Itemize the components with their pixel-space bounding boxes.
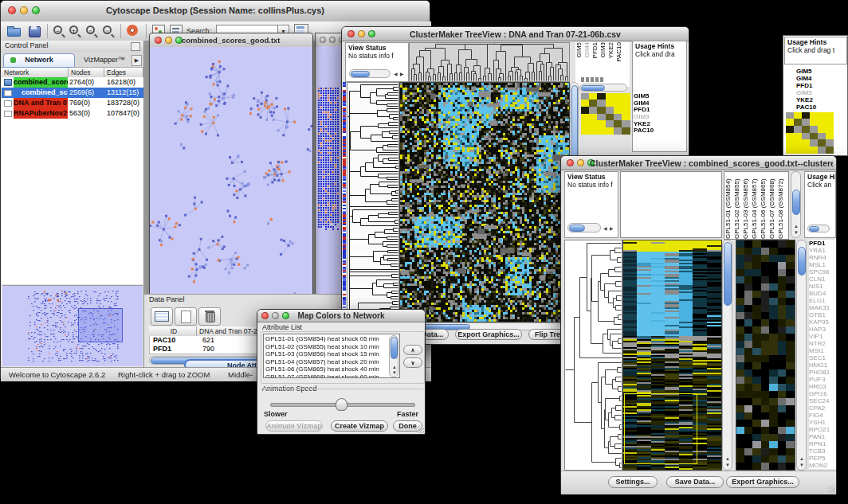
zoom-button[interactable] bbox=[282, 312, 289, 319]
open-file-icon[interactable] bbox=[6, 24, 22, 38]
gene-label[interactable]: NTR2 bbox=[809, 340, 836, 347]
zoom-vscrollbar[interactable]: ▲ ▼ bbox=[796, 240, 807, 471]
gene-label[interactable]: MAK31 bbox=[809, 304, 836, 311]
zoom-out-icon[interactable]: − bbox=[53, 25, 62, 34]
gene-label[interactable]: CPA2 bbox=[809, 404, 836, 412]
float-panel-icon[interactable] bbox=[131, 42, 140, 51]
column-label[interactable]: GPL51-04 (GSM857) bbox=[751, 172, 760, 239]
column-label[interactable]: GPL51-08 (GSM872) bbox=[777, 172, 786, 239]
scroll-left-icon[interactable]: ◀ bbox=[394, 72, 398, 76]
gene-label[interactable]: TCB3 bbox=[809, 447, 836, 455]
close-button[interactable] bbox=[155, 37, 162, 44]
gene-label[interactable]: CLN1 bbox=[809, 275, 836, 283]
network-table-row[interactable]: DNA and Tran 07 769(0) 183728(0) bbox=[2, 98, 143, 108]
attribute-item[interactable]: GPL51-06 (GSM865) heat shock 40 min bbox=[265, 365, 388, 373]
scroll-down-icon[interactable]: ▼ bbox=[392, 370, 397, 375]
global-heatmap-canvas[interactable] bbox=[622, 240, 722, 471]
gene-label[interactable]: GIM5 bbox=[796, 68, 844, 75]
network-list-empty-area[interactable] bbox=[2, 119, 143, 284]
column-label[interactable]: GPL51-07 (GSM868) bbox=[768, 172, 777, 239]
resize-grip[interactable] bbox=[416, 425, 424, 433]
gene-label[interactable]: SPC98 bbox=[809, 268, 836, 275]
minimize-button[interactable] bbox=[577, 159, 584, 166]
tab-vizmapper[interactable]: VizMapper™ bbox=[76, 53, 133, 66]
gene-label[interactable]: ELG1 bbox=[809, 297, 836, 304]
scroll-right-icon[interactable]: ▶ bbox=[610, 226, 614, 231]
scroll-up-icon[interactable]: ▲ bbox=[799, 456, 804, 461]
gene-label[interactable]: MSL1 bbox=[809, 261, 836, 268]
zoom-heatmap-canvas[interactable] bbox=[581, 93, 630, 135]
column-label[interactable]: PFD1 bbox=[591, 42, 599, 58]
move-up-button[interactable]: ∧ bbox=[403, 345, 422, 355]
close-button[interactable] bbox=[261, 312, 269, 319]
animate-vizmap-button[interactable]: Animate Vizmap bbox=[265, 420, 323, 432]
zoom-hscrollbar[interactable] bbox=[579, 84, 627, 92]
view-status-scrollbar[interactable] bbox=[349, 69, 391, 78]
gene-label[interactable]: PEP5 bbox=[809, 455, 836, 462]
view-status-scrollbar[interactable] bbox=[567, 223, 601, 232]
scroll-up-icon[interactable]: ▲ bbox=[392, 365, 397, 369]
gene-label[interactable]: YKE2 bbox=[796, 96, 844, 104]
zoom-heatmap-canvas[interactable] bbox=[786, 112, 834, 154]
attribute-list-scrollbar[interactable]: ▲ ▼ bbox=[389, 335, 398, 377]
row-dendrogram-canvas[interactable] bbox=[564, 240, 622, 471]
new-attribute-icon[interactable] bbox=[175, 307, 197, 326]
export-graphics-button[interactable]: Export Graphics... bbox=[455, 329, 522, 340]
zoom-vscrollbar-top[interactable]: ▲ ▼ bbox=[791, 171, 801, 238]
column-label[interactable]: PAC10 bbox=[615, 42, 623, 62]
row-dendrogram-canvas[interactable] bbox=[347, 82, 399, 322]
scroll-up-icon[interactable]: ▲ bbox=[725, 456, 730, 461]
gene-label[interactable]: GIM3 bbox=[796, 89, 844, 96]
attribute-item[interactable]: GPL51-07 (GSM868) heat shock 60 min bbox=[265, 373, 388, 379]
gene-label[interactable]: NIS1 bbox=[809, 283, 836, 290]
column-label[interactable]: GIM3 bbox=[599, 42, 607, 58]
heatmap-vscrollbar[interactable]: ▲ ▼ bbox=[722, 240, 732, 471]
tab-network[interactable]: Network bbox=[3, 53, 75, 68]
gene-label[interactable]: PAC10 bbox=[796, 104, 844, 111]
scroll-up-icon[interactable]: ▲ bbox=[794, 224, 799, 229]
close-button[interactable] bbox=[8, 6, 16, 14]
gene-label[interactable]: KAP95 bbox=[809, 318, 836, 326]
gene-label[interactable]: MON2 bbox=[809, 462, 836, 469]
gene-label[interactable]: MSI1 bbox=[809, 347, 836, 354]
gene-label[interactable]: GPI16 bbox=[809, 390, 836, 397]
gene-label[interactable]: PFD1 bbox=[809, 240, 836, 247]
zoom-heatmap-canvas[interactable] bbox=[736, 240, 795, 471]
main-titlebar[interactable]: Cytoscape Desktop (Session Name: collins… bbox=[1, 1, 430, 22]
attribute-item[interactable]: GPL51-03 (GSM856) heat shock 15 min bbox=[265, 350, 388, 358]
gene-label[interactable]: RPO21 bbox=[809, 426, 836, 433]
zoom-selected-icon[interactable]: ▫ bbox=[86, 25, 95, 34]
column-label[interactable]: GPL51-06 (GSM865) bbox=[760, 172, 768, 239]
treeview1-titlebar[interactable]: ClusterMaker TreeView : DNA and Tran 07-… bbox=[342, 27, 689, 41]
help-lifering-icon[interactable] bbox=[127, 25, 138, 36]
gene-label[interactable]: PUF3 bbox=[809, 376, 836, 383]
zoom-fit-icon[interactable]: ◦ bbox=[103, 25, 112, 34]
gene-label[interactable]: PAN1 bbox=[809, 433, 836, 440]
move-down-button[interactable]: ∨ bbox=[403, 357, 422, 368]
column-label[interactable]: GIM4 bbox=[583, 42, 591, 58]
gene-label[interactable]: FIG4 bbox=[809, 412, 836, 419]
resize-grip[interactable] bbox=[827, 485, 835, 493]
minimize-button[interactable] bbox=[272, 312, 279, 319]
gene-label[interactable]: YSH1 bbox=[809, 419, 836, 426]
column-label[interactable]: YKE2 bbox=[607, 42, 615, 58]
tab-overflow-icon[interactable]: ▶ bbox=[132, 55, 142, 66]
export-graphics-button[interactable]: Export Graphics... bbox=[726, 476, 799, 488]
zoom-in-icon[interactable]: + bbox=[69, 25, 78, 34]
create-vizmap-button[interactable]: Create Vizmap bbox=[331, 420, 388, 432]
scroll-down-icon[interactable]: ▼ bbox=[725, 463, 730, 467]
gene-label[interactable]: RPN1 bbox=[809, 440, 836, 447]
dialog-titlebar[interactable]: Map Colors to Network bbox=[257, 310, 425, 322]
column-dendrogram-canvas[interactable] bbox=[409, 42, 570, 82]
gene-label[interactable]: HRD3 bbox=[809, 383, 836, 390]
gene-label[interactable]: SEC1 bbox=[809, 354, 836, 361]
gene-label[interactable]: HMG1 bbox=[809, 361, 836, 369]
save-data-button[interactable]: Save Data... bbox=[666, 476, 724, 488]
gene-label[interactable]: BUD4 bbox=[809, 290, 836, 297]
column-label[interactable]: GIM5 bbox=[575, 42, 583, 58]
gene-label[interactable]: SEC24 bbox=[809, 397, 836, 404]
column-label[interactable]: GPL51-02 (GSM855) bbox=[733, 172, 742, 239]
attribute-item[interactable]: GPL51-01 (GSM854) heat shock 05 min bbox=[265, 335, 388, 343]
scroll-down-icon[interactable]: ▼ bbox=[794, 230, 799, 235]
minimize-button[interactable] bbox=[20, 6, 28, 14]
